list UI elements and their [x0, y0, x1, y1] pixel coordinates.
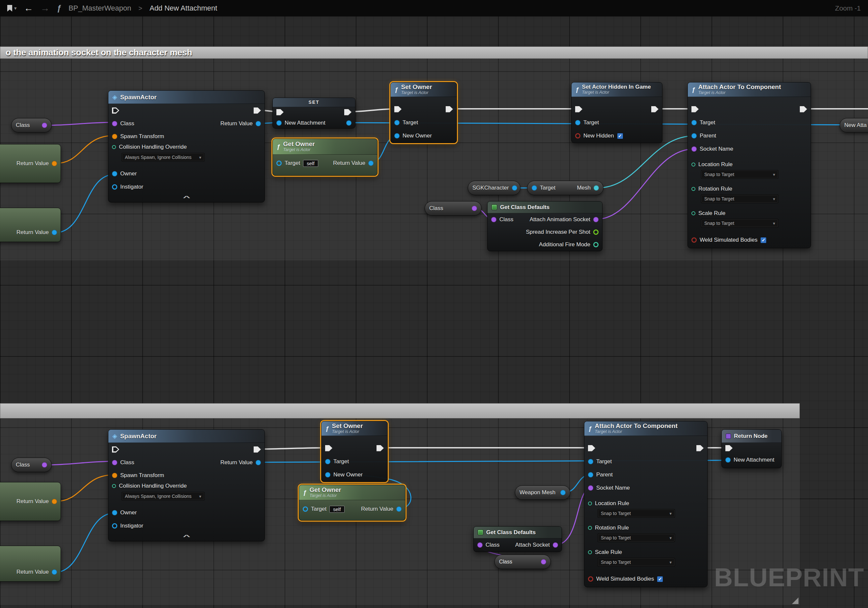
node-header[interactable]: ƒ Attach Actor To Component Target is Ac… — [688, 82, 811, 97]
exec-out-pin[interactable] — [651, 106, 659, 112]
exec-out-pin[interactable] — [696, 445, 704, 451]
breadcrumb-root[interactable]: BP_MasterWeapon — [68, 4, 131, 12]
attach-actor-node-top[interactable]: ƒ Attach Actor To Component Target is Ac… — [688, 82, 811, 248]
node-header[interactable]: Return Node — [722, 430, 781, 443]
exec-out-pin[interactable] — [254, 446, 261, 453]
set-new-attachment-node[interactable]: SET New Attachment — [273, 98, 355, 129]
attach-socket-pin[interactable] — [553, 543, 558, 548]
exec-out-pin[interactable] — [254, 107, 261, 114]
set-actor-hidden-node[interactable]: ƒ Set Actor Hidden In Game Target is Act… — [571, 82, 662, 143]
class-pill-top-left[interactable]: Class — [11, 118, 52, 132]
spawnactor-node-top[interactable]: ◈ SpawnActor Class Return Value Spawn Tr… — [108, 90, 265, 202]
class-output-pin[interactable] — [541, 559, 546, 564]
socket-name-pin[interactable] — [588, 485, 593, 491]
return-value-pin[interactable] — [52, 499, 57, 504]
rotation-rule-dropdown[interactable]: Snap to Target ▾ — [701, 194, 778, 203]
additional-fire-mode-pin[interactable] — [593, 242, 598, 247]
owner-pin[interactable] — [112, 510, 117, 515]
location-rule-dropdown[interactable]: Snap to Target ▾ — [701, 170, 778, 179]
return-value-node-fragment[interactable]: Return Value — [0, 546, 61, 582]
class-pill-top-mid[interactable]: Class — [425, 201, 482, 216]
new-owner-pin[interactable] — [325, 472, 330, 477]
exec-in-pin[interactable] — [112, 446, 119, 453]
class-pin[interactable] — [477, 543, 483, 548]
owner-pin[interactable] — [112, 171, 117, 176]
exec-out-pin[interactable] — [377, 445, 384, 451]
scale-rule-pin[interactable] — [691, 211, 695, 215]
return-value-pin[interactable] — [368, 160, 374, 166]
weld-simulated-bodies-pin[interactable] — [691, 237, 697, 243]
rotation-rule-pin[interactable] — [691, 187, 695, 191]
target-self-field[interactable]: self — [329, 506, 344, 513]
get-class-defaults-node-top[interactable]: Get Class Defaults Class Attach Animatio… — [487, 201, 603, 251]
target-pin[interactable] — [303, 507, 308, 512]
return-value-node-fragment[interactable]: Return Value — [0, 482, 61, 521]
rotation-rule-pin[interactable] — [588, 526, 592, 530]
return-value-pin[interactable] — [52, 161, 57, 166]
class-pill-bottom-mid[interactable]: Class — [494, 555, 551, 569]
set-owner-node-bottom[interactable]: ƒ Set Owner Target is Actor Target New O… — [321, 421, 388, 482]
return-value-node-fragment[interactable]: Return Value — [0, 208, 61, 242]
target-pin[interactable] — [588, 459, 593, 464]
exec-in-pin[interactable] — [725, 445, 733, 451]
node-header[interactable]: ƒ Get Owner Target is Actor — [299, 485, 405, 500]
sgkcharacter-output-pin[interactable] — [512, 185, 517, 191]
get-owner-node-top[interactable]: ƒ Get Owner Target is Actor Target self … — [273, 138, 378, 176]
return-value-pin[interactable] — [52, 230, 57, 235]
class-pill-bottom-left[interactable]: Class — [11, 458, 52, 472]
parent-pin[interactable] — [691, 133, 697, 138]
sgkcharacter-pill[interactable]: SGKCharacter — [468, 181, 521, 195]
breadcrumb-current[interactable]: Add New Attachment — [150, 4, 217, 12]
collision-handling-dropdown[interactable]: Always Spawn, Ignore Collisions ▾ — [122, 492, 205, 501]
exec-in-pin[interactable] — [575, 106, 583, 112]
exec-in-pin[interactable] — [691, 106, 699, 112]
exec-in-pin[interactable] — [588, 445, 595, 451]
collision-handling-dropdown[interactable]: Always Spawn, Ignore Collisions ▾ — [122, 153, 205, 162]
node-header[interactable]: ƒ Attach Actor To Component Target is Ac… — [584, 421, 707, 436]
node-header[interactable]: Get Class Defaults — [474, 527, 562, 538]
exec-in-pin[interactable] — [325, 445, 332, 451]
get-owner-node-bottom[interactable]: ƒ Get Owner Target is Actor Target self … — [299, 485, 406, 521]
node-header[interactable]: ƒ Set Owner Target is Actor — [391, 82, 457, 97]
scale-rule-pin[interactable] — [588, 550, 592, 554]
new-attachment-out-pin[interactable] — [346, 120, 352, 126]
node-header[interactable]: ƒ Get Owner Target is Actor — [273, 139, 377, 155]
collapse-chevron-icon[interactable]: ^ — [183, 534, 191, 539]
new-attachment-pill-right[interactable]: New Atta — [840, 118, 868, 132]
return-value-node-fragment[interactable]: Return Value — [0, 144, 61, 183]
socket-name-pin[interactable] — [691, 146, 697, 152]
target-self-field[interactable]: self — [303, 160, 318, 167]
instigator-pin[interactable] — [112, 184, 117, 190]
attach-animation-socket-pin[interactable] — [593, 217, 598, 222]
comment-resize-handle[interactable] — [792, 597, 798, 604]
collision-handling-pin[interactable] — [112, 484, 116, 488]
target-pin[interactable] — [325, 459, 330, 464]
location-rule-pin[interactable] — [691, 163, 695, 166]
node-header[interactable]: ◈ SpawnActor — [108, 91, 265, 104]
spawn-transform-pin[interactable] — [112, 473, 117, 478]
target-mesh-node[interactable]: Target Mesh — [527, 181, 603, 195]
weld-checkbox[interactable]: ✓ — [657, 576, 663, 582]
comment-banner-bottom[interactable] — [0, 403, 800, 418]
return-value-pin[interactable] — [256, 121, 261, 126]
set-owner-node-top[interactable]: ƒ Set Owner Target is Actor Target New O… — [391, 82, 457, 143]
node-header[interactable]: Get Class Defaults — [488, 201, 602, 213]
class-output-pin[interactable] — [42, 462, 47, 468]
target-pin[interactable] — [691, 120, 697, 125]
location-rule-dropdown[interactable]: Snap to Target ▾ — [598, 509, 675, 518]
exec-out-pin[interactable] — [800, 106, 807, 112]
class-output-pin[interactable] — [42, 123, 47, 128]
new-owner-pin[interactable] — [394, 133, 400, 138]
collapse-chevron-icon[interactable]: ^ — [183, 195, 191, 200]
location-rule-pin[interactable] — [588, 502, 592, 505]
new-hidden-pin[interactable] — [575, 133, 580, 138]
weld-checkbox[interactable]: ✓ — [760, 237, 767, 243]
exec-out-pin[interactable] — [446, 106, 453, 112]
class-pin[interactable] — [112, 460, 117, 465]
class-pin[interactable] — [112, 121, 117, 126]
comment-banner-top[interactable]: o the animation socket on the character … — [0, 47, 868, 59]
parent-pin[interactable] — [588, 472, 593, 477]
new-attachment-in-pin[interactable] — [276, 120, 282, 126]
exec-in-pin[interactable] — [112, 107, 119, 114]
scale-rule-dropdown[interactable]: Snap to Target ▾ — [598, 558, 675, 566]
